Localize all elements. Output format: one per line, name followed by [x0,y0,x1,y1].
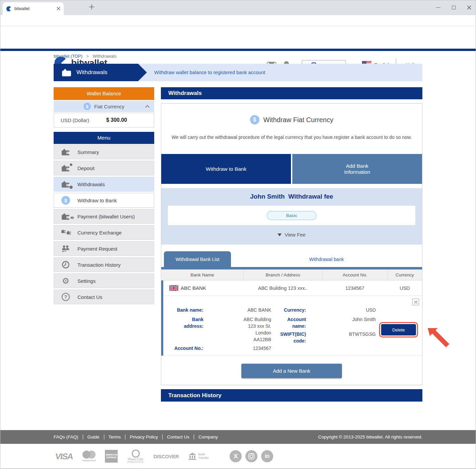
sidebar-item-summary[interactable]: Summary [54,145,154,159]
footer-link-company[interactable]: Company [194,434,222,439]
browser-tab[interactable]: bitwallet [3,2,64,15]
row-account-no: 1234567 [322,285,388,291]
sidebar-item-label: Summary [77,149,99,155]
balance-row: USD (Dollar) $ 300.00 [54,113,154,127]
footer-link-privacy[interactable]: Privacy Policy [125,434,163,439]
chevron-down-icon [278,233,282,236]
sidebar-item-label: Payment Request [77,246,117,252]
breadcrumb: bitwallet (TOP) > Withdrawals [54,54,116,59]
currency-exchange-icon [60,229,71,236]
bank-address-label: Bank address: [167,316,203,329]
bitwallet-withdrawals-page: bitwallet ← → secure.bitwallet.com/payou… [0,0,476,469]
bank-address-value: ABC Building 123 xxx St. London AA12BB [208,316,271,343]
bank-name-value: ABC BANK [208,307,271,313]
sidebar-item-withdraw-to-bank[interactable]: $ Withdraw to Bank [54,193,154,208]
col-branch-address: Branch / Address [243,270,322,280]
menu-header: Menu [54,132,154,144]
wallet-deposit-icon [61,164,70,172]
dollar-icon: $ [61,196,70,205]
row-branch: ABC Building 123 xxx.. [243,285,322,291]
wallet-icon [61,148,70,156]
tab-close-icon[interactable] [57,7,60,11]
sidebar-item-payment-request[interactable]: Payment Request [54,241,154,256]
people-icon [61,245,70,252]
col-account-no: Account No. [322,270,388,280]
clock-icon [62,261,70,269]
currency-label: Currency: [275,307,306,313]
amex-logo: AMERICAN EXPRESS [105,450,118,463]
diners-club-logo: Diners Club INTERNATIONAL' [127,450,144,463]
tab-add-bank-information[interactable]: Add Bank Information [292,154,422,184]
sidebar-item-currency-exchange[interactable]: Currency Exchange [54,225,154,240]
balance-amount: $ 300.00 [106,117,127,123]
tab-withdrawal-bank[interactable]: Withdrawal bank [231,251,422,267]
close-icon[interactable] [412,299,419,305]
tab-withdrawal-bank-list[interactable]: Withdrawal Bank List [164,251,231,267]
tab-withdraw-to-bank[interactable]: Withdraw to Bank [161,154,291,184]
delete-button[interactable]: Delete [381,324,416,335]
site-header: bitwallet Logout English Help [0,26,476,49]
footer-links: FAQs (FAQ) Guide Terms Privacy Policy Co… [54,434,222,439]
window-maximize-icon[interactable] [452,6,456,9]
sidebar-item-label: Currency Exchange [77,230,122,236]
banner-title: Withdrawals [76,69,108,76]
sidebar-item-deposit[interactable]: Deposit [54,161,154,175]
view-fee-label: View Fee [285,232,305,238]
linkedin-icon[interactable]: in [261,450,273,462]
fiat-heading-row: $ Withdraw Fiat Currency [161,115,422,124]
sidebar-item-label: Transaction History [77,262,121,268]
fiat-description: We will carry out the withdrawal procedu… [168,134,415,141]
add-new-bank-button[interactable]: Add a New Bank [241,364,342,378]
row-currency: USD [388,285,422,291]
sidebar-item-transaction-history[interactable]: Transaction History [54,257,154,272]
banner-ribbon: Withdrawals [54,64,138,81]
page-banner: Withdrawals Withdraw wallet balance to r… [54,64,422,81]
visa-logo: VISA [55,452,73,461]
chevron-up-icon [145,105,150,109]
sidebar-item-label: Withdrawals [77,181,105,187]
account-name-label: Account name: [275,316,306,329]
table-row[interactable]: ABC BANK ABC Building 123 xxx.. 1234567 … [161,280,422,296]
footer-link-faqs[interactable]: FAQs (FAQ) [54,434,83,439]
browser-urlbar: ← → secure.bitwallet.com/payout/top [0,15,476,26]
sidebar-item-contact-us[interactable]: ? Contact Us [54,290,154,304]
account-no-value: 1234567 [208,345,271,352]
sidebar-item-withdrawals[interactable]: Withdrawals [54,177,154,192]
x-social-icon[interactable]: X [230,450,242,462]
withdrawals-wallet-icon [62,68,72,77]
fiat-currency-label: Fiat Currency [94,104,124,109]
footer-copyright: Copyright © 2013-2025 bitwallet. All rig… [318,434,422,439]
delete-highlight-outline: Delete [379,322,418,337]
sidebar-item-label: Settings [77,278,96,284]
instagram-icon[interactable] [245,450,257,462]
bank-icon [188,453,196,460]
bank-name-label: Bank name: [167,307,203,313]
sidebar-item-label: Payment (bitwallet Users) [77,214,135,219]
account-name-value: John Smith [309,316,376,323]
sidebar-item-settings[interactable]: ⚙ Settings [54,273,154,288]
breadcrumb-home[interactable]: bitwallet (TOP) [54,54,82,59]
banner-description: Withdraw wallet balance to registered ba… [154,64,265,81]
sidebar-item-payment[interactable]: Payment (bitwallet Users) [54,209,154,224]
withdrawal-card: $ Withdraw Fiat Currency We will carry o… [161,103,422,385]
new-tab-icon[interactable] [89,4,94,11]
browser-titlebar: bitwallet [0,0,476,15]
fiat-currency-toggle[interactable]: $ Fiat Currency [54,101,154,112]
footer-link-terms[interactable]: Terms [104,434,126,439]
window-close-icon[interactable] [467,5,471,10]
wallet-balance-header: Wallet Balance [54,87,154,100]
gear-icon: ⚙ [60,277,71,285]
mastercard-logo: mastercard [82,451,96,462]
dollar-icon: $ [250,115,259,124]
question-icon: ? [62,293,70,301]
footer-link-contact[interactable]: Contact Us [163,434,194,439]
footer-link-guide[interactable]: Guide [83,434,104,439]
fee-section: John Smith Withdrawal fee Basic View Fee [161,188,422,245]
fee-plan-basic[interactable]: Basic [267,211,316,220]
window-minimize-icon[interactable] [436,7,440,8]
sidebar-item-label: Contact Us [77,294,102,300]
breadcrumb-current: Withdrawals [93,54,117,59]
footer-bar: FAQs (FAQ) Guide Terms Privacy Policy Co… [0,430,476,444]
breadcrumb-separator: > [86,54,89,59]
view-fee-toggle[interactable]: View Fee [161,232,422,238]
